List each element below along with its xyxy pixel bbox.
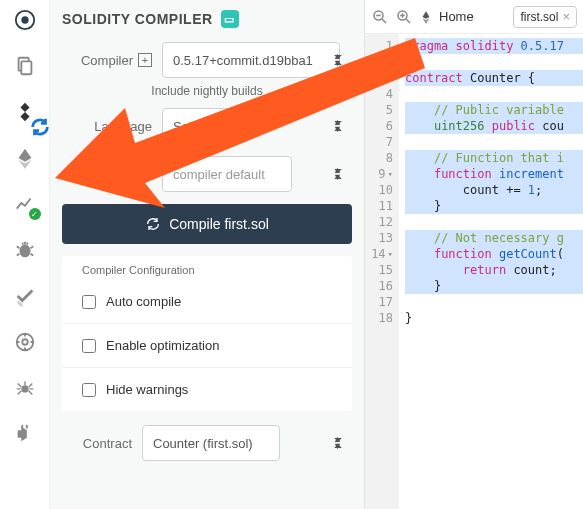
svg-rect-9 [25,425,27,429]
analytics-icon[interactable] [11,190,39,218]
test-icon[interactable] [11,282,39,310]
svg-rect-8 [21,425,23,429]
hide-warnings-checkbox[interactable] [82,383,96,397]
auto-compile-checkbox[interactable] [82,295,96,309]
nightly-text: Include nightly builds [62,84,352,98]
compiler-config: Compiler Configuration Auto compile Enab… [62,256,352,411]
auto-compile-label: Auto compile [106,294,181,309]
book-icon[interactable]: ▭ [221,10,239,28]
evm-select[interactable]: compiler default [162,156,292,192]
compiler-label-text: Compiler [81,53,133,68]
file-explorer-icon[interactable] [11,52,39,80]
svg-point-4 [19,245,30,258]
plus-icon[interactable]: + [138,53,152,67]
icon-rail [0,0,50,509]
svg-point-6 [22,339,28,345]
language-select[interactable]: Solidity [162,108,242,144]
refresh-badge-icon [29,116,43,130]
file-tab-label: first.sol [520,10,558,24]
topbar: Home first.sol × [365,0,583,34]
contract-label: Contract [62,436,132,451]
panel-title: SOLIDITY COMPILER ▭ [62,10,352,28]
panel-title-text: SOLIDITY COMPILER [62,11,213,27]
zoom-out-icon[interactable] [371,8,389,26]
debugger-icon[interactable] [11,236,39,264]
compiler-select[interactable]: 0.5.17+commit.d19bba1 [162,42,340,78]
compile-button[interactable]: Compile first.sol [62,204,352,244]
compile-button-label: Compile first.sol [169,216,269,232]
gutter: 123 ▾456789 ▾1011121314 ▾15161718 [365,34,399,509]
gas-icon[interactable] [11,328,39,356]
check-badge-icon [29,208,41,220]
plugin-icon[interactable] [11,420,39,448]
close-icon[interactable]: × [562,10,570,23]
remix-logo-icon[interactable] [11,6,39,34]
enable-opt-label: Enable optimization [106,338,219,353]
zoom-in-icon[interactable] [395,8,413,26]
editor-area: Home first.sol × 123 ▾456789 ▾1011121314… [365,0,583,509]
evm-label: EVM Version [62,167,152,182]
contract-select[interactable]: Counter (first.sol) [142,425,280,461]
home-link[interactable]: Home [439,9,474,24]
compiler-icon[interactable] [11,98,39,126]
ethereum-icon[interactable] [419,10,433,24]
svg-point-1 [21,16,28,23]
refresh-icon [145,216,161,232]
spider-icon[interactable] [11,374,39,402]
compiler-panel: SOLIDITY COMPILER ▭ Compiler + 0.5.17+co… [50,0,365,509]
language-label: Language [62,119,152,134]
file-tab[interactable]: first.sol × [513,6,577,28]
code-editor[interactable]: 123 ▾456789 ▾1011121314 ▾15161718 pragma… [365,34,583,509]
config-title: Compiler Configuration [62,256,352,280]
hide-warnings-label: Hide warnings [106,382,188,397]
compiler-label: Compiler + [62,53,152,68]
enable-opt-checkbox[interactable] [82,339,96,353]
svg-rect-3 [21,61,31,74]
code-body[interactable]: pragma solidity 0.5.17contract Counter {… [399,34,583,509]
svg-point-7 [21,385,28,392]
deploy-icon[interactable] [11,144,39,172]
